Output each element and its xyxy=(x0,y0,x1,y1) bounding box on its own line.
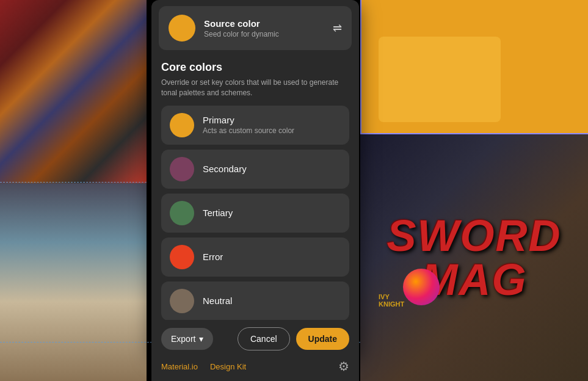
shuffle-icon[interactable]: ⇌ xyxy=(333,21,342,35)
panel-footer: Export ▾ Cancel Update Material.io Desig… xyxy=(151,320,359,381)
core-colors-section: Core colors Override or set key colors t… xyxy=(151,56,359,321)
source-color-info: Source color Seed color for dynamic xyxy=(204,18,279,38)
orb-decoration xyxy=(403,269,440,305)
error-color-swatch xyxy=(170,245,194,269)
books-background xyxy=(0,0,147,183)
export-button[interactable]: Export ▾ xyxy=(161,328,213,350)
design-kit-link[interactable]: Design Kit xyxy=(210,362,246,371)
neutral-color-swatch xyxy=(170,289,194,313)
footer-links-row: Material.io Design Kit ⚙ xyxy=(161,359,349,374)
books-bottom-background xyxy=(0,183,147,381)
cancel-button[interactable]: Cancel xyxy=(238,327,290,350)
sword-background: SWORDMAG xyxy=(360,134,588,381)
color-panel: Source color Seed color for dynamic ⇌ Co… xyxy=(151,0,359,354)
action-buttons-row: Export ▾ Cancel Update xyxy=(161,327,349,350)
primary-color-item[interactable]: Primary Acts as custom source color xyxy=(161,106,349,145)
source-color-subtitle: Seed color for dynamic xyxy=(204,30,279,38)
orange-border-bottom xyxy=(360,133,588,134)
export-label: Export xyxy=(171,334,195,344)
orange-border-left xyxy=(360,0,361,134)
neutral-color-item[interactable]: Neutral xyxy=(161,281,349,321)
source-color-title: Source color xyxy=(204,18,279,29)
tertiary-color-swatch xyxy=(170,201,194,225)
source-color-row[interactable]: Source color Seed color for dynamic ⇌ xyxy=(159,6,352,50)
orange-card xyxy=(379,37,501,122)
chevron-down-icon: ▾ xyxy=(199,334,203,344)
secondary-color-swatch xyxy=(170,157,194,181)
error-color-item[interactable]: Error xyxy=(161,238,349,277)
secondary-color-item[interactable]: Secondary xyxy=(161,150,349,189)
primary-color-info: Primary Acts as custom source color xyxy=(203,115,294,135)
update-button[interactable]: Update xyxy=(296,328,349,350)
tertiary-color-label: Tertiary xyxy=(203,208,233,218)
source-color-left: Source color Seed color for dynamic xyxy=(169,15,279,42)
source-color-swatch xyxy=(169,15,195,42)
horizontal-dashed-border xyxy=(0,182,147,183)
sword-author: IVYKNIGHT xyxy=(379,293,404,308)
core-colors-title: Core colors xyxy=(161,61,349,74)
settings-icon[interactable]: ⚙ xyxy=(338,359,349,374)
error-color-label: Error xyxy=(203,252,223,262)
primary-color-label: Primary xyxy=(203,115,294,125)
material-io-link[interactable]: Material.io xyxy=(161,362,198,371)
primary-color-sublabel: Acts as custom source color xyxy=(203,126,294,135)
primary-color-swatch xyxy=(170,113,194,137)
neutral-color-label: Neutral xyxy=(203,296,232,306)
secondary-color-label: Secondary xyxy=(203,164,247,174)
core-colors-description: Override or set key colors that will be … xyxy=(161,78,349,98)
tertiary-color-item[interactable]: Tertiary xyxy=(161,194,349,233)
